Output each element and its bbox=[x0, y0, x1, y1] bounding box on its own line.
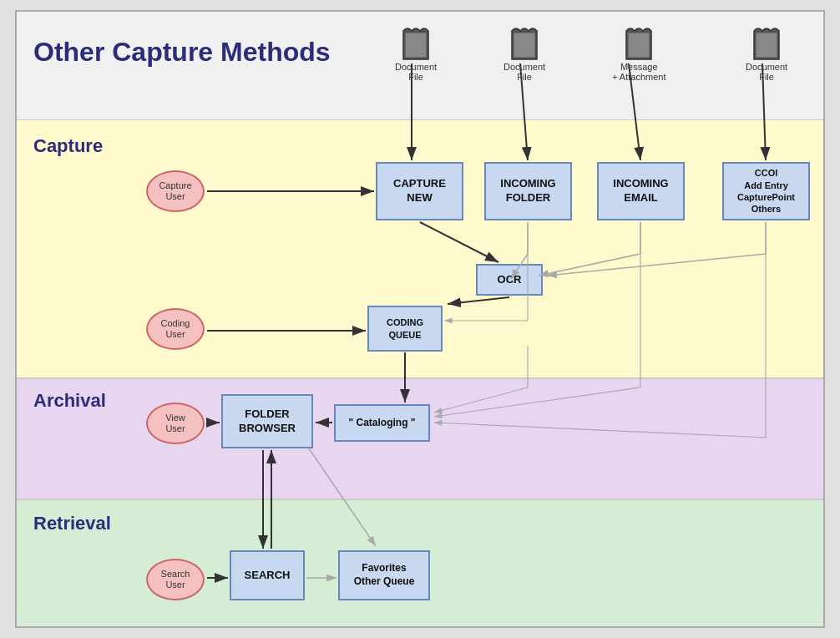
svg-rect-0 bbox=[405, 33, 427, 58]
doc-icon-2: DocumentFile bbox=[503, 24, 545, 82]
main-diagram: Other Capture Methods DocumentFile Docum… bbox=[15, 10, 825, 628]
doc-icon-2-label: DocumentFile bbox=[503, 62, 545, 82]
capture-new-label: CAPTURENEW bbox=[393, 177, 446, 205]
ccoi-label: CCOIAdd EntryCapturePointOthers bbox=[737, 167, 795, 215]
search-box: SEARCH bbox=[230, 550, 305, 600]
svg-rect-2 bbox=[628, 33, 650, 58]
folder-browser-box: FOLDERBROWSER bbox=[221, 394, 313, 448]
incoming-folder-label: INCOMINGFOLDER bbox=[500, 177, 555, 205]
capture-new-box: CAPTURENEW bbox=[376, 162, 463, 220]
coding-queue-box: CODINGQUEUE bbox=[367, 306, 443, 352]
incoming-email-label: INCOMINGEMAIL bbox=[613, 177, 668, 205]
doc-icon-3: Message+ Attachment bbox=[612, 24, 666, 82]
ocr-box: OCR bbox=[476, 264, 543, 296]
cataloging-label: " Cataloging " bbox=[348, 417, 415, 430]
favorites-box: FavoritesOther Queue bbox=[338, 550, 430, 600]
svg-rect-3 bbox=[756, 33, 777, 58]
search-user-label: Search User bbox=[161, 569, 190, 590]
retrieval-label: Retrieval bbox=[33, 513, 111, 534]
ccoi-box: CCOIAdd EntryCapturePointOthers bbox=[722, 162, 810, 220]
search-label: SEARCH bbox=[245, 569, 291, 583]
archival-label: Archival bbox=[33, 390, 106, 412]
view-user-oval: View User bbox=[146, 403, 205, 444]
coding-user-label: Coding User bbox=[161, 318, 190, 340]
page-title: Other Capture Methods bbox=[33, 37, 331, 68]
doc-icon-4: DocumentFile bbox=[746, 24, 787, 82]
ocr-label: OCR bbox=[498, 273, 522, 287]
capture-user-oval: Capture User bbox=[146, 170, 205, 212]
coding-user-oval: Coding User bbox=[146, 308, 205, 350]
favorites-label: FavoritesOther Queue bbox=[354, 562, 415, 588]
coding-queue-label: CODINGQUEUE bbox=[387, 316, 423, 341]
incoming-folder-box: INCOMINGFOLDER bbox=[484, 162, 572, 220]
doc-icon-3-label: Message+ Attachment bbox=[612, 62, 666, 82]
doc-icon-4-label: DocumentFile bbox=[746, 62, 787, 82]
view-user-label: View User bbox=[165, 413, 185, 434]
search-user-oval: Search User bbox=[146, 559, 205, 600]
header-area: Other Capture Methods DocumentFile Docum… bbox=[17, 12, 823, 120]
svg-rect-1 bbox=[514, 33, 535, 58]
folder-browser-label: FOLDERBROWSER bbox=[239, 408, 296, 436]
capture-user-label: Capture User bbox=[159, 180, 191, 202]
incoming-email-box: INCOMINGEMAIL bbox=[597, 162, 685, 220]
capture-label: Capture bbox=[33, 135, 103, 157]
cataloging-box: " Cataloging " bbox=[334, 404, 430, 442]
doc-icon-1-label: DocumentFile bbox=[395, 62, 437, 82]
doc-icon-1: DocumentFile bbox=[395, 24, 437, 82]
